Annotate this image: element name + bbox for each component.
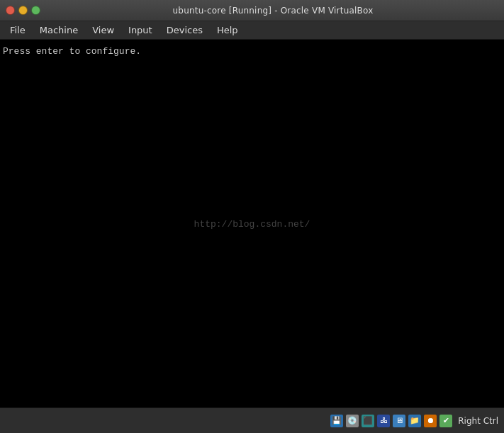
display-icon[interactable]: 🖥 bbox=[393, 415, 405, 427]
menu-help[interactable]: Help bbox=[210, 23, 245, 38]
network-adapter-icon[interactable]: 🖧 bbox=[377, 415, 390, 427]
shared-folder-icon[interactable]: 📁 bbox=[408, 415, 421, 427]
status-bar: 💾 💿 ⬛ 🖧 🖥 📁 ⏺ ✔ Right Ctrl bbox=[0, 407, 504, 433]
capture-icon[interactable]: ⏺ bbox=[424, 415, 437, 427]
storage-icon[interactable]: 💾 bbox=[330, 415, 343, 427]
status-green-icon[interactable]: ✔ bbox=[439, 415, 452, 427]
cd-icon[interactable]: 💿 bbox=[346, 415, 359, 427]
title-bar: ubuntu-core [Running] - Oracle VM Virtua… bbox=[0, 0, 504, 21]
watermark-text: http://blog.csdn.net/ bbox=[194, 218, 310, 229]
menu-machine[interactable]: Machine bbox=[33, 23, 85, 38]
menu-devices[interactable]: Devices bbox=[159, 23, 210, 38]
menu-file[interactable]: File bbox=[3, 23, 33, 38]
menu-input[interactable]: Input bbox=[121, 23, 159, 38]
menu-bar: File Machine View Input Devices Help bbox=[0, 21, 504, 40]
window-title: ubuntu-core [Running] - Oracle VM Virtua… bbox=[47, 6, 498, 16]
minimize-button[interactable] bbox=[18, 6, 28, 15]
terminal-output: Press enter to configure. bbox=[3, 45, 141, 58]
right-ctrl-label: Right Ctrl bbox=[458, 416, 498, 426]
vm-screen[interactable]: Press enter to configure. http://blog.cs… bbox=[0, 40, 504, 407]
usb-icon[interactable]: ⬛ bbox=[362, 415, 374, 427]
maximize-button[interactable] bbox=[31, 6, 40, 15]
menu-view[interactable]: View bbox=[85, 23, 121, 38]
window-controls bbox=[6, 6, 40, 15]
close-button[interactable] bbox=[6, 6, 15, 15]
